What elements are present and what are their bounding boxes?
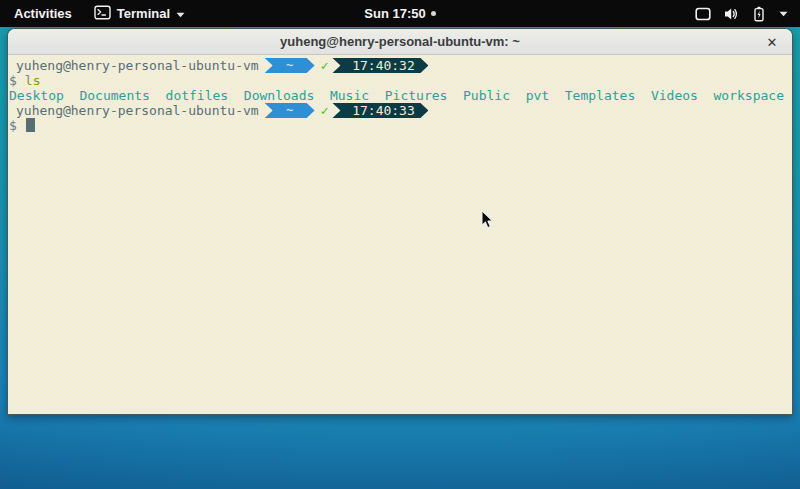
file-item: Videos: [651, 88, 698, 103]
file-item: Downloads: [244, 88, 314, 103]
status-check-icon: ✓: [321, 103, 329, 118]
window-titlebar[interactable]: yuheng@henry-personal-ubuntu-vm: ~ ✕: [8, 29, 792, 55]
powerline-cwd-segment: ~: [265, 103, 315, 118]
file-item: Pictures: [385, 88, 448, 103]
prompt-user-host: yuheng@henry-personal-ubuntu-vm: [16, 58, 259, 73]
file-list: Desktop Documents dotfiles Downloads Mus…: [9, 88, 791, 103]
terminal-icon: [94, 5, 111, 23]
powerline-time-segment: 17:40:33: [332, 103, 428, 118]
file-item: Music: [330, 88, 369, 103]
prompt-symbol: $: [9, 73, 17, 88]
clock-button[interactable]: Sun 17:50: [364, 6, 435, 21]
system-status-area[interactable]: [695, 0, 800, 27]
prompt-line: yuheng@henry-personal-ubuntu-vm ~ ✓ 17:4…: [9, 103, 791, 118]
typed-command: ls: [25, 73, 41, 88]
top-bar: Activities Terminal Sun 17:50: [0, 0, 800, 27]
activities-label: Activities: [14, 6, 72, 21]
file-item: pvt: [526, 88, 549, 103]
file-item: Templates: [565, 88, 635, 103]
file-item: workspace: [714, 88, 784, 103]
powerline-time-segment: 17:40:32: [332, 58, 428, 73]
app-menu-label: Terminal: [117, 6, 170, 21]
desktop: Activities Terminal Sun 17:50: [0, 0, 800, 489]
file-item: dotfiles: [166, 88, 229, 103]
terminal-window: yuheng@henry-personal-ubuntu-vm: ~ ✕ yuh…: [7, 28, 793, 415]
powerline-cwd-segment: ~: [265, 58, 315, 73]
close-icon[interactable]: ✕: [761, 29, 783, 55]
mouse-cursor: [481, 210, 494, 234]
window-title: yuheng@henry-personal-ubuntu-vm: ~: [280, 34, 520, 49]
file-item: Public: [463, 88, 510, 103]
chevron-down-icon: [176, 6, 185, 21]
system-menu-chevron-icon: [779, 11, 788, 17]
status-check-icon: ✓: [321, 58, 329, 73]
file-item: Desktop: [9, 88, 64, 103]
battery-charging-icon: [752, 6, 766, 22]
command-line: $ls: [9, 73, 791, 88]
volume-icon: [724, 7, 739, 21]
current-input-line: $: [9, 118, 791, 133]
terminal-cursor: [26, 118, 35, 132]
clock-label: Sun 17:50: [364, 6, 425, 21]
screen-icon: [695, 7, 711, 21]
app-menu-terminal[interactable]: Terminal: [90, 0, 189, 27]
prompt-user-host: yuheng@henry-personal-ubuntu-vm: [16, 103, 259, 118]
terminal-screen[interactable]: yuheng@henry-personal-ubuntu-vm ~ ✓ 17:4…: [8, 55, 792, 414]
file-item: Documents: [79, 88, 149, 103]
prompt-line: yuheng@henry-personal-ubuntu-vm ~ ✓ 17:4…: [9, 58, 791, 73]
prompt-symbol: $: [9, 118, 17, 133]
activities-button[interactable]: Activities: [10, 0, 76, 27]
notification-dot: [431, 11, 436, 16]
